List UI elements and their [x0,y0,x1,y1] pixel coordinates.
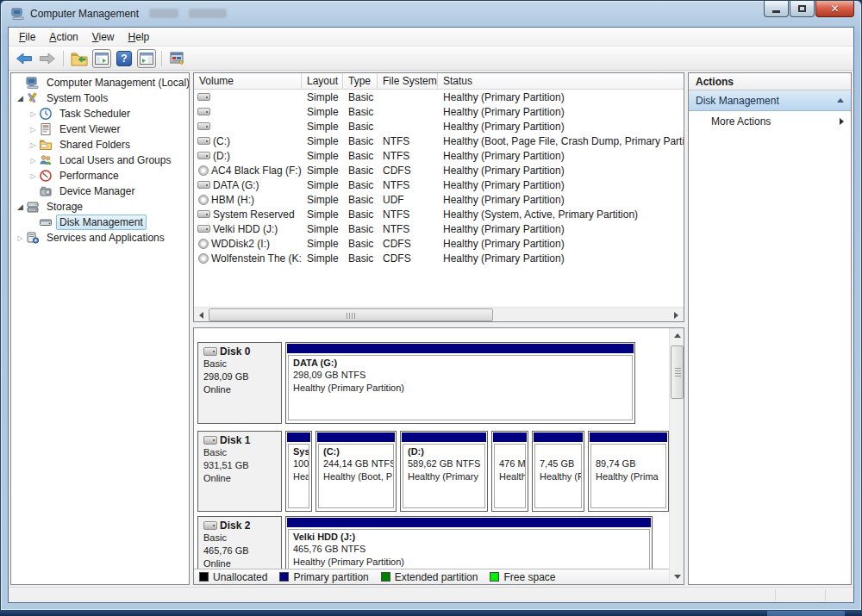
tree-item-task-scheduler[interactable]: ▷ Task Scheduler [11,106,189,121]
disk-state: Online [203,472,276,485]
volume-row[interactable]: HBM (H:) Simple Basic UDF Healthy (Prima… [194,192,684,207]
expand-icon[interactable]: ▷ [15,234,26,242]
disk-kind: Basic [203,532,276,544]
titlebar[interactable]: Computer Management ✕ [1,1,861,27]
collapse-icon[interactable]: ◢ [15,202,26,211]
partition-7gb[interactable]: 7,45 GB Healthy (P [532,431,584,512]
collapse-group-icon[interactable] [837,98,844,103]
disc-icon [198,253,209,264]
horizontal-scrollbar-thumb[interactable] [209,308,493,321]
partition-d[interactable]: (D:) 589,62 GB NTFS Healthy (Primary [400,431,488,512]
volume-row[interactable]: (C:) Simple Basic NTFS Healthy (Boot, Pa… [194,134,684,148]
volume-type: Basic [343,150,378,162]
show-console-tree-button[interactable] [92,49,111,68]
volume-row[interactable]: Wolfenstein The (K:) Simple Basic CDFS H… [194,251,684,265]
partition-c[interactable]: (C:) 244,14 GB NTFS Healthy (Boot, P [315,431,397,512]
partition-status: Healthy (P [540,471,577,484]
disk-1-label[interactable]: Disk 1 Basic 931,51 GB Online [197,431,282,512]
client-area: File Action View Help [8,27,854,603]
volume-layout: Simple [302,91,343,103]
horizontal-scrollbar[interactable] [194,307,684,321]
vertical-scrollbar[interactable] [669,328,684,584]
menu-view[interactable]: View [85,29,122,45]
expand-icon[interactable]: ▷ [28,110,39,118]
minimize-button[interactable] [764,1,789,17]
scroll-down-button[interactable] [670,569,684,584]
tree-item-system-tools[interactable]: ◢ System Tools [11,90,189,106]
tree-item-disk-management[interactable]: Disk Management [11,215,189,230]
tree-item-performance[interactable]: ▷ Performance [11,168,189,184]
tree-item-storage[interactable]: ◢ Storage [11,199,189,215]
volume-layout: Simple [302,179,343,191]
column-header-volume[interactable]: Volume [194,73,302,89]
disk-0-label[interactable]: Disk 0 Basic 298,09 GB Online [197,342,282,424]
scroll-left-button[interactable] [194,308,209,322]
collapse-icon[interactable]: ◢ [15,94,26,103]
column-header-file-system[interactable]: File System [378,73,438,89]
more-actions-item[interactable]: More Actions [689,111,851,132]
actions-group-label: Disk Management [696,95,837,107]
expand-icon[interactable]: ▷ [28,126,39,134]
volume-row[interactable]: Velki HDD (J:) Simple Basic NTFS Healthy… [194,221,684,236]
scroll-right-button[interactable] [669,308,684,322]
desktop-taskbar[interactable] [0,610,862,616]
disk-0-partitions: DATA (G:) 298,09 GB NTFS Healthy (Primar… [285,342,635,424]
tree-item-event-viewer[interactable]: ▷ Event Viewer [11,121,189,137]
tree-item-services-and-applications[interactable]: ▷ Services and Applications [11,230,189,246]
partition-label [596,446,661,458]
column-header-type[interactable]: Type [343,73,378,89]
back-button[interactable] [14,48,34,69]
volume-row[interactable]: (D:) Simple Basic NTFS Healthy (Primary … [194,148,684,163]
console-window-button[interactable] [167,48,188,69]
primary-partition-strip [590,432,667,442]
partition-data-g[interactable]: DATA (G:) 298,09 GB NTFS Healthy (Primar… [285,342,635,424]
export-folder-icon [71,51,88,66]
volume-row[interactable]: Simple Basic Healthy (Primary Partition) [194,104,684,119]
volume-layout: Simple [302,252,343,264]
expand-icon[interactable]: ▷ [28,157,39,165]
tree-item-shared-folders[interactable]: ▷ Shared Folders [11,137,189,152]
volume-row[interactable]: WDDisk2 (I:) Simple Basic CDFS Healthy (… [194,236,684,251]
show-action-pane-button[interactable] [137,49,156,68]
close-button[interactable]: ✕ [815,1,854,17]
expand-icon[interactable]: ▷ [28,141,39,149]
volume-row[interactable]: Simple Basic Healthy (Primary Partition) [194,119,684,134]
expand-icon[interactable]: ▷ [28,172,39,180]
menu-help[interactable]: Help [122,29,157,45]
menu-file[interactable]: File [12,29,42,45]
volume-row[interactable]: System Reserved Simple Basic NTFS Health… [194,207,684,221]
partition-size: 89,74 GB [596,458,661,471]
volume-type: Basic [343,165,378,177]
partition-size: 7,45 GB [540,458,577,471]
export-button[interactable] [69,48,90,69]
console-tree: Computer Management (Local) ◢ System Too… [10,72,190,585]
tree-item-computer-management[interactable]: Computer Management (Local) [11,75,189,90]
maximize-button[interactable] [790,1,815,17]
menu-action[interactable]: Action [42,29,84,45]
volume-row[interactable]: AC4 Black Flag (F:) Simple Basic CDFS He… [194,163,684,177]
help-button[interactable]: ? [114,48,134,69]
status-bar-separator [825,589,826,600]
vertical-scrollbar-thumb[interactable] [671,345,684,399]
volume-row[interactable]: DATA (G:) Simple Basic NTFS Healthy (Pri… [194,177,684,192]
column-header-layout[interactable]: Layout [302,73,343,89]
tree-item-label: Performance [56,168,122,184]
column-header-status[interactable]: Status [438,73,684,89]
tree-item-local-users-and-groups[interactable]: ▷ Local Users and Groups [11,152,189,168]
back-arrow-icon [16,53,32,64]
actions-header: Actions [689,73,851,90]
partition-size: 244,14 GB NTFS [323,458,389,471]
forward-button[interactable] [37,48,58,69]
actions-group-disk-management[interactable]: Disk Management [689,90,851,111]
partition-status: Health [499,471,521,484]
partition-476mb[interactable]: 476 M Health [491,431,528,512]
partition-label: Velki HDD (J:) [293,532,645,544]
partition-89gb[interactable]: 89,74 GB Healthy (Prima [588,431,669,512]
volume-row[interactable]: Simple Basic Healthy (Primary Partition) [194,90,684,104]
partition-system-reserved[interactable]: Syst 100 Hea [285,431,312,512]
tree-item-label: Computer Management (Local) [43,75,190,90]
scroll-up-button[interactable] [670,328,684,343]
tree-item-device-manager[interactable]: Device Manager [11,184,189,199]
partition-label: (D:) [408,446,480,458]
toolbar-separator [161,51,162,66]
